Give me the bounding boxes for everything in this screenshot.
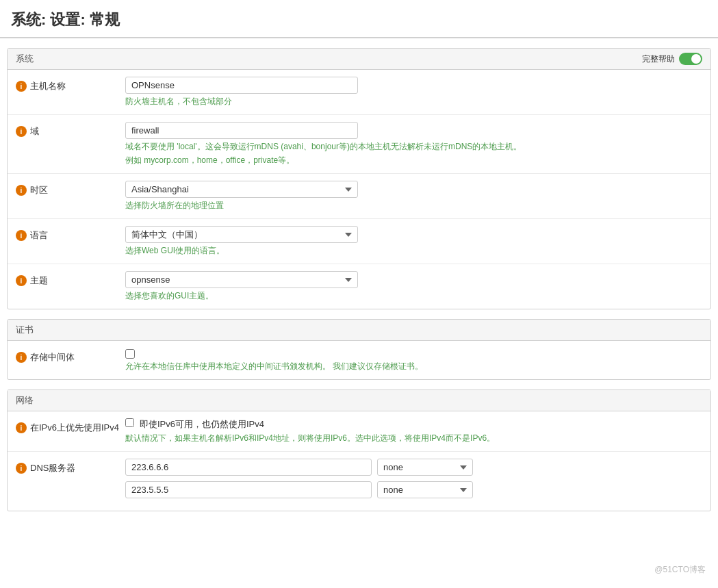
dns-gateway-2[interactable]: none WAN LAN — [377, 481, 473, 498]
store-intermediate-checkbox-row — [125, 348, 702, 359]
ipv4-hint: 默认情况下，如果主机名解析IPv6和IPv4地址，则将使用IPv6。选中此选项，… — [125, 433, 702, 444]
dns-ip-2[interactable] — [125, 481, 372, 498]
theme-info-icon[interactable]: i — [16, 275, 27, 286]
hostname-label: i 主机名称 — [16, 77, 125, 92]
domain-label: i 域 — [16, 122, 125, 138]
store-intermediate-row: i 存储中间体 允许在本地信任库中使用本地定义的中间证书颁发机构。 我们建议仅存… — [8, 341, 710, 379]
store-intermediate-field: 允许在本地信任库中使用本地定义的中间证书颁发机构。 我们建议仅存储根证书。 — [125, 348, 702, 372]
page-title: 系统: 设置: 常规 — [0, 0, 718, 38]
help-toggle-label: 完整帮助 — [642, 53, 675, 65]
store-intermediate-checkbox[interactable] — [125, 349, 135, 359]
theme-label: i 主题 — [16, 271, 125, 287]
dns-servers-field: none WAN LAN none WAN LAN — [125, 459, 702, 504]
ipv4-checkbox-row: 即使IPv6可用，也仍然使用IPv4 — [125, 418, 702, 431]
ipv4-preference-checkbox[interactable] — [125, 418, 134, 427]
help-toggle[interactable]: 完整帮助 — [642, 53, 702, 65]
network-section-label: 网络 — [16, 394, 34, 407]
timezone-select[interactable]: Asia/Shanghai UTC America/New_York Europ… — [125, 181, 358, 198]
hostname-input[interactable] — [125, 77, 358, 94]
domain-input[interactable] — [125, 122, 358, 139]
domain-field: 域名不要使用 'local'。这会导致运行mDNS (avahi、bonjour… — [125, 122, 702, 166]
dns-gateway-1[interactable]: none WAN LAN — [377, 459, 473, 476]
system-section-label: 系统 — [16, 53, 34, 65]
ipv4-preference-field: 即使IPv6可用，也仍然使用IPv4 默认情况下，如果主机名解析IPv6和IPv… — [125, 418, 702, 444]
domain-hint2: 例如 mycorp.com，home，office，private等。 — [125, 155, 702, 166]
system-section-header: 系统 完整帮助 — [8, 49, 710, 70]
language-select[interactable]: 简体中文（中国） English 繁體中文 — [125, 226, 358, 243]
ipv4-preference-label: i 在IPv6上优先使用IPv4 — [16, 418, 125, 434]
timezone-label: i 时区 — [16, 181, 125, 196]
domain-row: i 域 域名不要使用 'local'。这会导致运行mDNS (avahi、bon… — [8, 115, 710, 174]
language-row: i 语言 简体中文（中国） English 繁體中文 选择Web GUI使用的语… — [8, 219, 710, 264]
language-hint: 选择Web GUI使用的语言。 — [125, 245, 702, 257]
language-label: i 语言 — [16, 226, 125, 242]
timezone-info-icon[interactable]: i — [16, 185, 27, 196]
theme-row: i 主题 opnsense default dark 选择您喜欢的GUI主题。 — [8, 264, 710, 309]
dns-servers-row: i DNS服务器 none WAN LAN none WAN LAN — [8, 452, 710, 511]
ipv4-preference-row: i 在IPv6上优先使用IPv4 即使IPv6可用，也仍然使用IPv4 默认情况… — [8, 411, 710, 452]
store-intermediate-label: i 存储中间体 — [16, 348, 125, 363]
ipv4-checkbox-label: 即使IPv6可用，也仍然使用IPv4 — [140, 418, 264, 431]
ipv4-info-icon[interactable]: i — [16, 422, 27, 433]
dns-info-icon[interactable]: i — [16, 463, 27, 474]
theme-field: opnsense default dark 选择您喜欢的GUI主题。 — [125, 271, 702, 302]
certificate-section-header: 证书 — [8, 320, 710, 341]
language-field: 简体中文（中国） English 繁體中文 选择Web GUI使用的语言。 — [125, 226, 702, 257]
dns-ip-1[interactable] — [125, 459, 372, 476]
domain-hint1: 域名不要使用 'local'。这会导致运行mDNS (avahi、bonjour… — [125, 141, 702, 153]
domain-info-icon[interactable]: i — [16, 126, 27, 137]
timezone-field: Asia/Shanghai UTC America/New_York Europ… — [125, 181, 702, 212]
language-info-icon[interactable]: i — [16, 230, 27, 241]
hostname-hint: 防火墙主机名，不包含域部分 — [125, 96, 702, 107]
dns-servers-label: i DNS服务器 — [16, 459, 125, 474]
timezone-row: i 时区 Asia/Shanghai UTC America/New_York … — [8, 174, 710, 219]
theme-hint: 选择您喜欢的GUI主题。 — [125, 290, 702, 302]
theme-select[interactable]: opnsense default dark — [125, 271, 358, 288]
network-section-header: 网络 — [8, 390, 710, 411]
help-toggle-switch[interactable] — [679, 53, 702, 65]
dns-entry-1: none WAN LAN — [125, 459, 702, 476]
network-section: 网络 i 在IPv6上优先使用IPv4 即使IPv6可用，也仍然使用IPv4 默… — [7, 389, 711, 511]
dns-entry-2: none WAN LAN — [125, 481, 702, 498]
system-section: 系统 完整帮助 i 主机名称 防火墙主机名，不包含域部分 i 域 域名不要使用 … — [7, 48, 711, 309]
store-intermediate-info-icon[interactable]: i — [16, 352, 27, 363]
hostname-field: 防火墙主机名，不包含域部分 — [125, 77, 702, 107]
hostname-row: i 主机名称 防火墙主机名，不包含域部分 — [8, 70, 710, 115]
hostname-info-icon[interactable]: i — [16, 81, 27, 92]
certificate-section-label: 证书 — [16, 324, 34, 336]
timezone-hint: 选择防火墙所在的地理位置 — [125, 200, 702, 212]
certificate-section: 证书 i 存储中间体 允许在本地信任库中使用本地定义的中间证书颁发机构。 我们建… — [7, 319, 711, 380]
store-intermediate-hint: 允许在本地信任库中使用本地定义的中间证书颁发机构。 我们建议仅存储根证书。 — [125, 361, 702, 372]
